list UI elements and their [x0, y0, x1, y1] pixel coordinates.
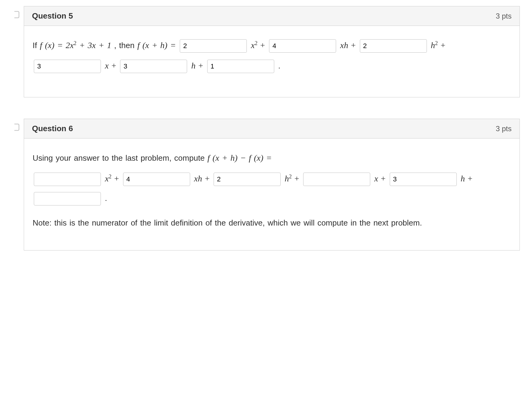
- q6-dot: .: [105, 194, 107, 203]
- q6-expr: f (x + h) − f (x) =: [207, 153, 272, 163]
- q5-term-xh: xh: [340, 40, 348, 50]
- q5-blank-6[interactable]: [207, 60, 274, 73]
- q5-term-x2: x2: [251, 40, 258, 50]
- q6-term-x2: x2: [105, 174, 112, 183]
- question-5-points: 3 pts: [496, 12, 512, 20]
- q5-blank-3[interactable]: [360, 39, 427, 53]
- q6-note: Note: this is the numerator of the limit…: [33, 217, 511, 229]
- q6-term-xh: xh: [194, 174, 202, 183]
- q6-term-x: x: [374, 174, 378, 183]
- q6-term-h: h: [461, 174, 465, 183]
- status-icon: [12, 123, 21, 131]
- question-5-body: If f (x) = 2x2 + 3x + 1 , then f (x + h)…: [24, 26, 520, 97]
- q5-dot: .: [278, 61, 280, 70]
- q5-text-if: If: [33, 41, 40, 50]
- q6-term-h2: h2: [285, 174, 292, 183]
- q6-blank-2[interactable]: [123, 173, 190, 186]
- q5-blank-2[interactable]: [269, 39, 336, 53]
- q6-blank-1[interactable]: [34, 173, 101, 186]
- question-6-body: Using your answer to the last problem, c…: [24, 138, 520, 250]
- q5-term-h2: h2: [431, 40, 438, 50]
- question-5-card: Question 5 3 pts If f (x) = 2x2 + 3x + 1…: [24, 6, 520, 97]
- q6-blank-5[interactable]: [390, 173, 457, 186]
- question-6-title: Question 6: [32, 124, 73, 133]
- q5-blank-5[interactable]: [120, 60, 187, 73]
- q5-fxh: f (x + h) =: [137, 40, 179, 50]
- q6-intro: Using your answer to the last problem, c…: [33, 153, 207, 163]
- q5-text-then: , then: [111, 41, 137, 50]
- q6-blank-6[interactable]: [34, 192, 101, 205]
- q5-fx: f (x) = 2x2 + 3x + 1: [40, 40, 112, 50]
- question-6-card: Question 6 3 pts Using your answer to th…: [24, 119, 520, 251]
- question-5-title: Question 5: [32, 11, 73, 21]
- q6-blank-4[interactable]: [303, 173, 370, 186]
- question-6-header: Question 6 3 pts: [24, 119, 520, 138]
- question-5-header: Question 5 3 pts: [24, 6, 520, 26]
- q6-blank-3[interactable]: [214, 173, 281, 186]
- status-icon: [12, 10, 21, 19]
- q5-term-x: x: [105, 61, 108, 70]
- q5-blank-1[interactable]: [180, 39, 247, 53]
- question-6-points: 3 pts: [496, 124, 512, 133]
- q5-term-h: h: [191, 61, 196, 70]
- q5-blank-4[interactable]: [34, 60, 101, 73]
